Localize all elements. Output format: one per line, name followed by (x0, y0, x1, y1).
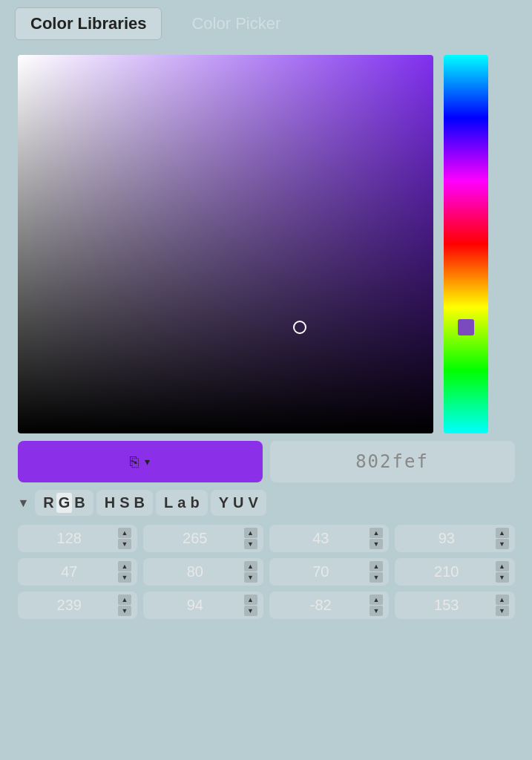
value-lab-l: 43 (275, 530, 367, 547)
tab-color-picker[interactable]: Color Picker (177, 8, 295, 39)
picker-container: ⎘ ▾ 802fef ▼ R G B H S B L a b Y U V (18, 48, 515, 619)
spinners-rgb-g: ▲ ▼ (118, 561, 131, 583)
color-gradient (18, 55, 433, 433)
spin-down-lab-a[interactable]: ▼ (370, 572, 383, 583)
spinners-yuv-u: ▲ ▼ (496, 561, 509, 583)
input-hsb-h[interactable]: 265 ▲ ▼ (143, 525, 263, 552)
value-rgb-b: 239 (24, 597, 116, 614)
spin-down-rgb-r[interactable]: ▼ (118, 539, 131, 549)
input-yuv-v[interactable]: 153 ▲ ▼ (395, 592, 515, 619)
value-hsb-b: 94 (149, 597, 241, 614)
color-square[interactable] (18, 55, 433, 433)
input-rgb-r[interactable]: 128 ▲ ▼ (18, 525, 138, 552)
spin-down-hsb-h[interactable]: ▼ (244, 539, 257, 549)
value-hsb-s: 80 (149, 563, 241, 580)
color-preview-row: ⎘ ▾ 802fef (18, 441, 515, 482)
input-yuv-u[interactable]: 210 ▲ ▼ (395, 558, 515, 586)
model-label-b[interactable]: B (72, 493, 87, 513)
color-models-row: ▼ R G B H S B L a b Y U V (18, 490, 515, 516)
hue-slider[interactable] (444, 55, 488, 433)
spin-up-lab-b[interactable]: ▲ (370, 594, 383, 605)
model-group-lab[interactable]: L a b (156, 490, 208, 516)
spin-up-yuv-u[interactable]: ▲ (496, 561, 509, 571)
spin-up-lab-a[interactable]: ▲ (370, 561, 383, 571)
model-label-y[interactable]: Y (217, 493, 231, 513)
spin-up-lab-l[interactable]: ▲ (370, 528, 383, 538)
input-hsb-b[interactable]: 94 ▲ ▼ (143, 592, 263, 619)
hue-slider-container (444, 55, 488, 433)
spinners-yuv-v: ▲ ▼ (496, 594, 509, 616)
tab-bar: Color Libraries Color Picker (0, 0, 532, 48)
input-rgb-b[interactable]: 239 ▲ ▼ (18, 592, 138, 619)
chevron-down-icon: ▾ (145, 456, 150, 468)
input-lab-a[interactable]: 70 ▲ ▼ (269, 558, 390, 586)
spin-down-rgb-g[interactable]: ▼ (118, 572, 131, 583)
model-label-g[interactable]: G (56, 493, 73, 513)
spin-down-lab-l[interactable]: ▼ (370, 539, 383, 549)
spin-up-yuv-v[interactable]: ▲ (496, 594, 509, 605)
spin-up-rgb-g[interactable]: ▲ (118, 561, 131, 571)
value-yuv-y: 93 (401, 530, 493, 547)
color-area-row (18, 55, 515, 433)
spin-up-rgb-r[interactable]: ▲ (118, 528, 131, 538)
tab-color-libraries[interactable]: Color Libraries (15, 7, 162, 40)
value-hsb-h: 265 (149, 530, 241, 547)
value-lab-b: -82 (275, 597, 367, 614)
input-yuv-y[interactable]: 93 ▲ ▼ (395, 525, 515, 552)
spin-down-hsb-b[interactable]: ▼ (244, 606, 257, 616)
spinners-lab-l: ▲ ▼ (370, 528, 383, 549)
model-label-v[interactable]: V (246, 493, 260, 513)
spinners-hsb-s: ▲ ▼ (244, 561, 257, 583)
hex-value-display[interactable]: 802fef (270, 441, 515, 482)
spinners-lab-b: ▲ ▼ (370, 594, 383, 616)
input-lab-b[interactable]: -82 ▲ ▼ (269, 592, 390, 619)
spinners-hsb-h: ▲ ▼ (244, 528, 257, 549)
inputs-grid: 128 ▲ ▼ 265 ▲ ▼ 43 ▲ ▼ 93 ▲ ▼ (18, 525, 515, 619)
spin-down-rgb-b[interactable]: ▼ (118, 606, 131, 616)
dropdown-arrow-icon[interactable]: ▼ (18, 497, 30, 510)
value-rgb-r: 128 (24, 530, 116, 547)
model-label-a[interactable]: a (175, 493, 188, 513)
hue-thumb[interactable] (458, 319, 474, 335)
input-lab-l[interactable]: 43 ▲ ▼ (269, 525, 390, 552)
spin-up-hsb-h[interactable]: ▲ (244, 528, 257, 538)
model-group-yuv[interactable]: Y U V (211, 490, 266, 516)
model-group-rgb[interactable]: R G B (35, 490, 93, 516)
model-label-h[interactable]: H (102, 493, 117, 513)
value-yuv-u: 210 (401, 563, 493, 580)
spinners-yuv-y: ▲ ▼ (496, 528, 509, 549)
color-preview-swatch[interactable]: ⎘ ▾ (18, 441, 263, 482)
model-group-hsb[interactable]: H S B (96, 490, 153, 516)
spin-down-yuv-u[interactable]: ▼ (496, 572, 509, 583)
spinners-rgb-b: ▲ ▼ (118, 594, 131, 616)
file-icon: ⎘ (130, 453, 139, 471)
spin-down-yuv-y[interactable]: ▼ (496, 539, 509, 549)
model-label-l[interactable]: L (162, 493, 175, 513)
spin-up-hsb-b[interactable]: ▲ (244, 594, 257, 605)
spinners-rgb-r: ▲ ▼ (118, 528, 131, 549)
spin-up-rgb-b[interactable]: ▲ (118, 594, 131, 605)
value-lab-a: 70 (275, 563, 367, 580)
model-label-s[interactable]: S (117, 493, 131, 513)
spin-down-lab-b[interactable]: ▼ (370, 606, 383, 616)
spin-up-yuv-y[interactable]: ▲ (496, 528, 509, 538)
model-label-b2[interactable]: B (132, 493, 147, 513)
spinners-hsb-b: ▲ ▼ (244, 594, 257, 616)
model-label-r[interactable]: R (41, 493, 56, 513)
spin-down-hsb-s[interactable]: ▼ (244, 572, 257, 583)
input-hsb-s[interactable]: 80 ▲ ▼ (143, 558, 263, 586)
model-label-u[interactable]: U (231, 493, 246, 513)
spin-up-hsb-s[interactable]: ▲ (244, 561, 257, 571)
value-yuv-v: 153 (401, 597, 493, 614)
input-rgb-g[interactable]: 47 ▲ ▼ (18, 558, 138, 586)
value-rgb-g: 47 (24, 563, 116, 580)
spinners-lab-a: ▲ ▼ (370, 561, 383, 583)
spin-down-yuv-v[interactable]: ▼ (496, 606, 509, 616)
model-label-b3[interactable]: b (188, 493, 201, 513)
